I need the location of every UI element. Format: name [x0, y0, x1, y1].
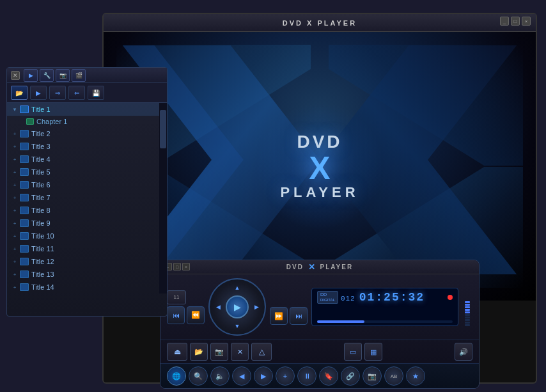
expand-icon-3[interactable]: + — [11, 143, 19, 150]
volume-control-btn[interactable]: 🔊 — [455, 343, 472, 361]
pw-settings-btn[interactable]: 🔧 — [40, 69, 54, 82]
title-item-10[interactable]: + Title 10 — [7, 230, 167, 242]
snapshot-btn[interactable]: 📷 — [210, 343, 228, 361]
dolby-badge: DD DIGITAL — [317, 291, 338, 304]
eject2-btn[interactable]: △ — [251, 343, 272, 361]
bookmark-btn[interactable]: 🔖 — [319, 366, 338, 386]
nav-left-btn[interactable]: ◀ — [212, 301, 224, 313]
cp-close-btn[interactable]: × — [182, 263, 190, 270]
vol-seg-9 — [465, 304, 470, 306]
title-item-13[interactable]: + Title 13 — [7, 268, 167, 281]
pw-back-btn[interactable]: ⇐ — [68, 86, 85, 100]
title-item-11[interactable]: + Title 11 — [7, 242, 167, 255]
title-item-12[interactable]: + Title 12 — [7, 255, 167, 268]
pw-play-btn[interactable]: ▶ — [24, 69, 38, 82]
nav-up-btn[interactable]: ▲ — [231, 282, 243, 294]
expand-icon-9[interactable]: + — [11, 219, 19, 227]
fast-forward-btn[interactable]: ⏩ — [270, 307, 288, 325]
prev-track-btn[interactable]: ◀ — [232, 366, 251, 386]
next-track-btn[interactable]: ▶ — [254, 366, 273, 386]
title-icon-2 — [20, 130, 29, 137]
skip-forward-btn[interactable]: ⏭ — [290, 307, 308, 325]
main-maximize-btn[interactable]: □ — [511, 17, 520, 26]
expand-icon-5[interactable]: + — [11, 168, 19, 176]
dolby-digital: DIGITAL — [320, 298, 335, 302]
pw-close-btn[interactable]: ✕ — [11, 71, 20, 80]
title-item-14[interactable]: + Title 14 — [7, 281, 167, 294]
nav-right-btn[interactable]: ▶ — [251, 301, 262, 313]
expand-icon-10[interactable]: + — [11, 232, 19, 240]
web-btn[interactable]: 🌐 — [167, 366, 186, 386]
title-label-7: Title 7 — [31, 194, 51, 201]
progress-bar[interactable] — [317, 320, 453, 323]
favorite-btn[interactable]: ★ — [406, 366, 425, 386]
chapter-display: 11 — [167, 290, 186, 304]
play-button-main[interactable]: ▶ — [226, 295, 249, 318]
main-close-btn[interactable]: × — [522, 17, 531, 26]
cp-title-controls: - □ × — [164, 263, 190, 270]
cp-maximize-btn[interactable]: □ — [173, 263, 181, 270]
dvd-menu-btn[interactable]: ✕ — [231, 343, 249, 361]
title-item-2[interactable]: + Title 2 — [7, 127, 167, 140]
pw-save-btn[interactable]: 💾 — [88, 86, 104, 100]
pw-play2-btn[interactable]: ▶ — [30, 86, 47, 100]
expand-icon-8[interactable]: + — [11, 207, 19, 214]
pw-record-btn[interactable]: 🎬 — [72, 69, 86, 82]
rewind-btn[interactable]: ⏪ — [187, 306, 205, 324]
link-btn[interactable]: 🔗 — [341, 366, 360, 386]
title-label-13: Title 13 — [31, 270, 54, 278]
expand-icon-6[interactable]: + — [11, 181, 19, 189]
audio-btn[interactable]: ▦ — [364, 343, 382, 361]
expand-icon-12[interactable]: + — [11, 258, 19, 265]
vol-seg-10 — [465, 301, 470, 303]
eject-button[interactable]: ⏏ — [167, 343, 187, 361]
expand-icon-2[interactable]: + — [11, 130, 19, 137]
camera-btn[interactable]: 📷 — [363, 366, 382, 386]
expand-icon-1[interactable]: ▼ — [11, 106, 19, 113]
pause-btn[interactable]: ⏸ — [297, 366, 316, 386]
search-nav-btn[interactable]: 🔍 — [189, 366, 208, 386]
volume-btn[interactable]: 🔈 — [210, 366, 230, 386]
main-player-window: DVD X PLAYER _ □ × — [102, 13, 537, 384]
open-folder-btn[interactable]: 📂 — [190, 343, 208, 361]
pw-open-btn[interactable]: 📂 — [11, 86, 27, 100]
controls-row-transport: ⏏ 📂 📷 ✕ △ ▭ ▦ 🔊 — [160, 340, 479, 363]
pw-scrollbar-thumb[interactable] — [160, 110, 166, 148]
title-item-8[interactable]: + Title 8 — [7, 204, 167, 217]
pw-scrollbar[interactable] — [159, 103, 167, 294]
pw-titlebar: ✕ ▶ 🔧 📷 🎬 — [7, 68, 167, 83]
expand-icon-11[interactable]: + — [11, 245, 19, 253]
title-item-5[interactable]: + Title 5 — [7, 166, 167, 178]
progress-fill — [317, 320, 364, 323]
expand-icon-7[interactable]: + — [11, 194, 19, 201]
title-label-14: Title 14 — [31, 283, 54, 291]
circular-nav-control: ▲ ▼ ◀ ▶ ▶ — [208, 278, 266, 336]
title-item-7[interactable]: + Title 7 — [7, 191, 167, 204]
title-item-9[interactable]: + Title 9 — [7, 217, 167, 230]
title-item-3[interactable]: + Title 3 — [7, 140, 167, 153]
dolby-dd: DD — [320, 292, 335, 297]
title-item-6[interactable]: + Title 6 — [7, 178, 167, 191]
title-label-2: Title 2 — [31, 130, 51, 137]
pw-forward-btn[interactable]: ⇒ — [49, 86, 66, 100]
title-icon-11 — [20, 245, 29, 253]
nav-down-btn[interactable]: ▼ — [231, 320, 243, 332]
skip-back-btn[interactable]: ⏮ — [167, 306, 185, 324]
pw-snapshot-btn[interactable]: 📷 — [56, 69, 70, 82]
title-label-9: Title 9 — [31, 219, 51, 227]
chapter-item-1[interactable]: Chapter 1 — [7, 116, 167, 127]
controls-row-main: 11 ⏮ ⏪ ▲ ▼ ◀ ▶ ▶ ⏩ — [160, 274, 479, 340]
subtitle-btn[interactable]: ▭ — [344, 343, 362, 361]
dvd-brand-x: X — [280, 152, 359, 184]
title-item-1[interactable]: ▼ Title 1 — [7, 103, 167, 116]
ab-repeat-btn[interactable]: AB — [384, 366, 403, 386]
title-item-4[interactable]: + Title 4 — [7, 153, 167, 166]
expand-icon-13[interactable]: + — [11, 270, 19, 278]
main-minimize-btn[interactable]: _ — [500, 17, 509, 26]
expand-icon-14[interactable]: + — [11, 283, 19, 291]
expand-icon-4[interactable]: + — [11, 155, 19, 163]
cp-logo: DVD ✕ PLAYER — [286, 262, 353, 272]
controls-row-bottom: 🌐 🔍 🔈 ◀ ▶ + ⏸ 🔖 🔗 📷 AB ★ — [160, 363, 479, 388]
add-btn[interactable]: + — [276, 366, 295, 386]
dvd-center-branding: DVD X PLAYER — [280, 132, 359, 201]
